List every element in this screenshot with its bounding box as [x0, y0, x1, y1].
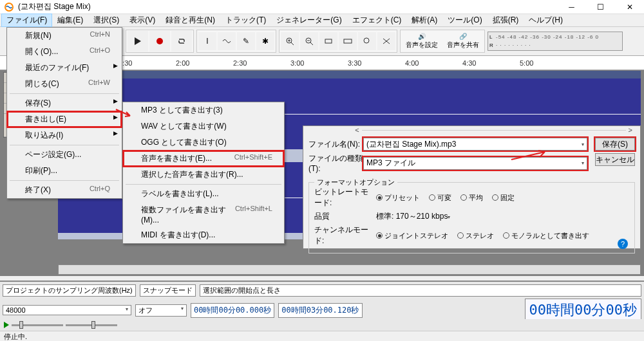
filetype-select[interactable]: MP3 ファイル▾	[363, 157, 587, 170]
menu-separator	[10, 145, 119, 145]
menu-effect[interactable]: エフェクト(C)	[347, 14, 407, 27]
bitrate-average-radio[interactable]: 平均	[460, 193, 483, 203]
menu-new[interactable]: 新規(N)Ctrl+N	[7, 28, 122, 44]
menu-tools[interactable]: ツール(O)	[442, 14, 487, 27]
play-at-speed-button[interactable]	[4, 322, 9, 328]
sample-rate-label: プロジェクトのサンプリング周波数(Hz)	[3, 284, 136, 297]
export-dialog: < > ファイル名(N): (교차편집 Stage Mix).mp3▾ ファイル…	[303, 125, 641, 249]
audio-position-display[interactable]: 00時間00分00秒	[525, 299, 641, 322]
minimize-button[interactable]: ─	[557, 0, 586, 14]
loop-button[interactable]	[171, 31, 192, 51]
chmode-joint-radio[interactable]: ジョイントステレオ	[376, 231, 448, 241]
level-meter[interactable]: L-54 -48 -42 -36 -30 -24 -18 -12 -6 0 R …	[488, 32, 623, 51]
zoom-in-button[interactable]	[281, 32, 299, 50]
fit-project-button[interactable]	[339, 32, 357, 50]
nav-left-icon[interactable]: <	[352, 126, 361, 134]
clip-header[interactable]	[58, 71, 641, 78]
zoom-toggle-button[interactable]	[358, 32, 376, 50]
menu-import[interactable]: 取り込み(I)▶	[7, 127, 122, 143]
menu-select[interactable]: 選択(S)	[88, 14, 124, 27]
menu-recent[interactable]: 最近のファイル(F)▶	[7, 60, 122, 76]
audio-share-button[interactable]: 🔗 音声を共有	[443, 32, 483, 51]
zoom-out-button[interactable]	[300, 32, 318, 50]
help-icon[interactable]: ?	[618, 239, 628, 249]
file-menu-dropdown: 新規(N)Ctrl+N 開く(O)...Ctrl+O 最近のファイル(F)▶ 閉…	[6, 27, 122, 199]
menu-generate[interactable]: ジェネレーター(G)	[271, 14, 346, 27]
playback-speed-slider[interactable]	[12, 324, 63, 326]
filename-input[interactable]: (교차편집 Stage Mix).mp3▾	[363, 138, 587, 151]
meter-l-label: L	[489, 34, 495, 40]
sample-rate-select[interactable]: 48000▾	[3, 305, 131, 315]
horizontal-scrollbar[interactable]	[58, 264, 641, 275]
menu-exit[interactable]: 終了(X)Ctrl+Q	[7, 182, 122, 198]
selection-tool[interactable]: I	[198, 32, 216, 50]
multi-tool[interactable]: ✱	[256, 32, 274, 50]
dropdown-caret-icon: ▾	[582, 160, 584, 166]
trim-button[interactable]	[377, 32, 395, 50]
play-button[interactable]	[128, 31, 148, 51]
bitrate-preset-radio[interactable]: プリセット	[376, 193, 420, 203]
menu-page-setup[interactable]: ページ設定(G)...	[7, 147, 122, 163]
filename-label: ファイル名(N):	[308, 139, 363, 150]
menu-save[interactable]: 保存(S)▶	[7, 95, 122, 111]
menu-extra[interactable]: 拡張(R)	[488, 14, 524, 27]
format-legend: フォーマットオプション	[314, 178, 397, 187]
export-selected[interactable]: 選択した音声を書き出す(R)...	[123, 167, 284, 183]
save-button[interactable]: 保存(S)	[595, 138, 635, 151]
dialog-buttons: 保存(S) キャンセル	[595, 138, 635, 176]
tick: 4:30	[462, 59, 476, 67]
bitrate-constant-radio[interactable]: 固定	[492, 193, 515, 203]
menu-edit[interactable]: 編集(E)	[52, 14, 88, 27]
submenu-arrow-icon: ▶	[113, 98, 118, 104]
maximize-button[interactable]: ☐	[586, 0, 615, 14]
menu-view[interactable]: 表示(V)	[124, 14, 160, 27]
menu-transport[interactable]: 録音と再生(N)	[160, 14, 220, 27]
fit-selection-button[interactable]	[319, 32, 337, 50]
snap-select[interactable]: オフ▾	[135, 304, 187, 317]
record-button[interactable]	[149, 31, 170, 51]
menu-open[interactable]: 開く(O)...Ctrl+O	[7, 44, 122, 60]
tick: 3:30	[348, 59, 361, 67]
tick: 5:00	[520, 59, 533, 67]
meter-r-label: R	[489, 42, 495, 48]
export-audio[interactable]: 音声を書き出す(E)...Ctrl+Shift+E	[123, 151, 284, 167]
export-labels[interactable]: ラベルを書き出す(L)...	[123, 186, 284, 202]
nav-right-icon[interactable]: >	[626, 126, 635, 134]
menu-file[interactable]: ファイル(F)	[1, 14, 52, 27]
export-wav[interactable]: WAV として書き出す(W)	[123, 118, 284, 134]
quality-select[interactable]: 標準: 170～210 kbps▾	[376, 211, 498, 222]
title-bar: (교차편집 Stage Mix) ─ ☐ ✕	[0, 0, 644, 14]
playback-speed-slider-2[interactable]	[66, 324, 117, 326]
export-multiple[interactable]: 複数ファイルを書き出す(M)...Ctrl+Shift+L	[123, 202, 284, 227]
chmode-mono-radio[interactable]: モノラルとして書き出す	[503, 231, 589, 241]
close-button[interactable]: ✕	[615, 0, 644, 14]
audio-setup-button[interactable]: 🔊 音声を設定	[402, 32, 442, 51]
quality-label: 品質	[314, 211, 372, 222]
cancel-button[interactable]: キャンセル	[595, 153, 635, 166]
export-ogg[interactable]: OGG として書き出す(O)	[123, 134, 284, 151]
chmode-stereo-radio[interactable]: ステレオ	[457, 231, 494, 241]
meter-ticks-bot: · · · · · · · · ·	[496, 42, 531, 48]
selection-start-time[interactable]: 00時間00分00.000秒	[191, 303, 274, 318]
svg-rect-10	[325, 39, 332, 43]
envelope-tool[interactable]	[218, 32, 236, 50]
share-icon: 🔗	[459, 33, 467, 40]
app-icon	[4, 2, 14, 12]
export-midi[interactable]: MIDI を書き出す(D)...	[123, 227, 284, 243]
draw-tool[interactable]: ✎	[237, 32, 255, 50]
menu-analyze[interactable]: 解析(A)	[406, 14, 442, 27]
menu-export[interactable]: 書き出し(E)▶	[7, 111, 122, 127]
svg-marker-1	[135, 37, 141, 45]
menu-tracks[interactable]: トラック(T)	[220, 14, 271, 27]
tick: 3:00	[290, 59, 304, 67]
menu-print[interactable]: 印刷(P)...	[7, 163, 122, 179]
menu-close[interactable]: 閉じる(C)Ctrl+W	[7, 76, 122, 92]
export-mp3[interactable]: MP3 として書き出す(3)	[123, 102, 284, 118]
audio-setup-label: 音声を設定	[406, 41, 438, 50]
format-options-fieldset: フォーマットオプション ビットレートモード: プリセット 可変 平均 固定 品質…	[308, 182, 635, 253]
dialog-nav-row: < >	[303, 126, 640, 134]
filetype-label: ファイルの種類(T):	[308, 153, 363, 173]
bitrate-variable-radio[interactable]: 可変	[429, 193, 451, 203]
selection-length-time[interactable]: 00時間03分00.120秒	[278, 303, 362, 318]
menu-help[interactable]: ヘルプ(H)	[524, 14, 568, 27]
